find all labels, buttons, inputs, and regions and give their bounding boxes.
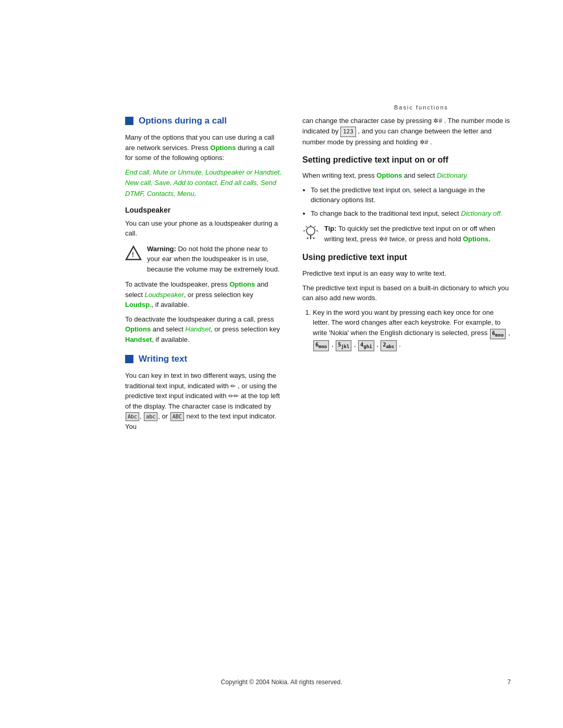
page: Basic functions Options during a call Ma… [0, 0, 563, 728]
loudspeaker-para2: To activate the loudspeaker, press Optio… [125, 279, 282, 310]
warning-box: ! Warning: Do not hold the phone near to… [125, 244, 282, 275]
options-section-header: Options during a call [125, 116, 282, 126]
content-area: Options during a call Many of the option… [0, 116, 563, 436]
right-column: can change the character case by pressin… [302, 116, 511, 436]
page-num-text: 7 [507, 678, 511, 686]
writing-continuation: can change the character case by pressin… [302, 116, 511, 147]
writing-section-header: Writing text [125, 354, 282, 364]
numbered-steps: Key in the word you want by pressing eac… [304, 307, 511, 351]
svg-line-7 [314, 226, 315, 227]
loudspeaker-para3: To deactivate the loudspeaker during a c… [125, 314, 282, 345]
writing-title: Writing text [139, 354, 187, 364]
using-predictive-para2: The predictive text input is based on a … [302, 283, 511, 303]
key-6mno-2: 6mno [313, 341, 329, 348]
using-predictive-title: Using predictive text input [302, 252, 511, 263]
svg-point-4 [307, 238, 309, 239]
svg-line-10 [306, 226, 307, 227]
tip-icon [302, 225, 319, 241]
warning-text: Warning: Do not hold the phone near to y… [147, 244, 282, 275]
tip-text-content: Tip: To quickly set the predictive text … [324, 224, 511, 244]
key-6mno-1: 6mno [489, 329, 506, 337]
page-header: Basic functions [0, 0, 563, 116]
key-5jkl: 5jkl [335, 341, 352, 348]
predictive-icon: ✏✏ [228, 392, 239, 400]
left-column: Options during a call Many of the option… [125, 116, 282, 436]
key-4ghi: 4ghi [358, 341, 374, 348]
star-hash-symbol-1: ✲# [433, 117, 442, 125]
options-title: Options during a call [139, 116, 227, 126]
star-hash-symbol-2: ✲# [420, 139, 429, 146]
bullet-item-2: To change back to the traditional text i… [311, 208, 511, 219]
using-predictive-para1: Predictive text input is an easy way to … [302, 268, 511, 279]
svg-point-2 [307, 227, 315, 235]
predictive-setting-title: Setting predictive text input on or off [302, 155, 511, 166]
writing-para1: You can key in text in two different way… [125, 371, 282, 431]
blue-square-icon-2 [125, 355, 133, 363]
numbered-step-1: Key in the word you want by pressing eac… [313, 307, 511, 351]
options-italic-list: End call, Mute or Unmute, Loudspeaker or… [125, 167, 282, 200]
options-intro-para: Many of the options that you can use dur… [125, 132, 282, 163]
star-hash-symbol-tip: ✲# [379, 236, 388, 243]
warning-icon: ! [125, 245, 142, 262]
predictive-bullets: To set the predictive text input on, sel… [311, 185, 511, 219]
svg-text:!: ! [132, 251, 134, 258]
page-number: 7 [507, 678, 511, 686]
loudspeaker-para1: You can use your phone as a loudspeaker … [125, 218, 282, 239]
pencil-strikethrough-icon: ✏ [230, 382, 236, 390]
char-case-upper-badge: ABC [170, 412, 184, 421]
svg-point-5 [313, 238, 315, 239]
char-case-abc-badge: Abc [126, 412, 139, 421]
bullet-item-1: To set the predictive text input on, sel… [311, 185, 511, 205]
section-label: Basic functions [394, 104, 448, 110]
loudspeaker-title: Loudspeaker [125, 206, 282, 214]
tip-box: Tip: To quickly set the predictive text … [302, 224, 511, 244]
number-mode-indicator: 123 [340, 127, 356, 138]
char-case-lower-badge: abc [144, 412, 157, 421]
predictive-setting-para: When writing text, press Options and sel… [302, 170, 511, 181]
footer: Copyright © 2004 Nokia. All rights reser… [0, 678, 563, 686]
key-2abc: 2abc [380, 341, 397, 348]
copyright-text: Copyright © 2004 Nokia. All rights reser… [221, 678, 342, 686]
blue-square-icon [125, 117, 133, 125]
